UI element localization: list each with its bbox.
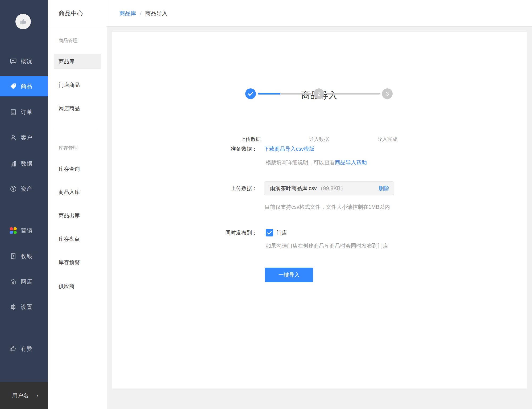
tag-icon xyxy=(9,82,17,90)
check-icon xyxy=(245,88,256,99)
sidebar-item-data[interactable]: 数据 xyxy=(0,154,48,174)
sidebar-item-label: 收银 xyxy=(21,252,32,260)
sidebar-item-label: 资产 xyxy=(21,185,32,193)
sidebar-item-label: 商品 xyxy=(21,83,32,90)
submenu-item-online-goods[interactable]: 网店商品 xyxy=(48,101,107,116)
sidebar-item-cashier[interactable]: 收银 xyxy=(0,246,48,266)
submenu-item-goods-inbound[interactable]: 商品入库 xyxy=(48,185,107,199)
yuan-circle-icon xyxy=(9,185,17,193)
publish-help-text: 如果勾选门店在创建商品库商品时会同时发布到门店 xyxy=(266,242,388,250)
step3-circle: 3 xyxy=(382,88,393,99)
file-size: （99.8KB） xyxy=(318,185,346,192)
step-line-1 xyxy=(258,93,311,95)
file-name: 雨润茶叶商品库.csv xyxy=(270,185,317,192)
sidebar-item-label: 订单 xyxy=(21,108,32,116)
thumbs-up-icon xyxy=(9,345,17,353)
clover-icon xyxy=(9,227,17,235)
sidebar-item-marketing[interactable]: 营销 xyxy=(0,220,48,241)
gear-icon xyxy=(9,303,17,311)
sidebar-item-label: 客户 xyxy=(21,134,32,141)
store-checkbox[interactable] xyxy=(266,229,273,236)
sidebar-item-label: 数据 xyxy=(21,160,32,167)
prepare-data-label: 准备数据： xyxy=(196,145,257,153)
submenu-group-label-goods: 商品管理 xyxy=(59,37,78,44)
step2-number: 2 xyxy=(317,91,321,97)
import-submit-label: 一键导入 xyxy=(279,271,300,279)
divider xyxy=(54,128,97,128)
step3-number: 3 xyxy=(386,91,389,97)
user-menu[interactable]: 用户名 › xyxy=(0,382,48,409)
sidebar-item-label: 网店 xyxy=(21,278,32,285)
secondary-sidebar: 商品中心 商品管理 商品库 门店商品 网店商品 库存管理 库存查询 商品入库 商… xyxy=(48,0,107,409)
store-checkbox-label[interactable]: 门店 xyxy=(276,229,287,236)
sidebar-item-overview[interactable]: 概况 xyxy=(0,51,48,71)
uploaded-file-box: 雨润茶叶商品库.csv （99.8KB） 删除 xyxy=(264,181,394,195)
breadcrumb-separator: / xyxy=(140,10,142,17)
sidebar-item-settings[interactable]: 设置 xyxy=(0,297,48,317)
submenu-item-goods-library[interactable]: 商品库 xyxy=(54,54,101,69)
sidebar-item-assets[interactable]: 资产 xyxy=(0,179,48,199)
sidebar-item-orders[interactable]: 订单 xyxy=(0,102,48,122)
submenu-item-goods-outbound[interactable]: 商品出库 xyxy=(48,208,107,223)
shop-icon xyxy=(9,278,17,286)
step2-circle: 2 xyxy=(314,88,324,99)
import-submit-button[interactable]: 一键导入 xyxy=(265,268,313,282)
breadcrumb: 商品库 / 商品导入 xyxy=(119,10,168,17)
sidebar-item-label: 概况 xyxy=(21,58,32,65)
sidebar-item-label: 设置 xyxy=(21,303,32,311)
submenu-group-label-inventory: 库存管理 xyxy=(59,144,78,152)
document-icon xyxy=(9,108,17,116)
step1-label: 上传数据 xyxy=(221,136,280,143)
check-icon xyxy=(266,229,273,236)
divider xyxy=(48,27,107,27)
overview-icon xyxy=(9,57,17,65)
avatar[interactable] xyxy=(15,14,31,29)
upload-data-label: 上传数据： xyxy=(196,185,257,192)
sidebar-item-label: 营销 xyxy=(21,227,32,234)
publish-to-label: 同时发布到： xyxy=(196,229,257,236)
submenu-item-stock-alert[interactable]: 库存预警 xyxy=(48,255,107,270)
breadcrumb-parent-link[interactable]: 商品库 xyxy=(119,10,136,17)
step1-circle-done xyxy=(245,88,256,99)
sidebar-item-online-store[interactable]: 网店 xyxy=(0,272,48,292)
breadcrumb-current: 商品导入 xyxy=(145,10,168,17)
upload-help-text: 目前仅支持csv格式文件，文件大小请控制在1MB以内 xyxy=(265,203,390,211)
step3-label: 导入完成 xyxy=(358,136,417,143)
submenu-item-inventory-query[interactable]: 库存查询 xyxy=(48,161,107,176)
submenu-item-store-goods[interactable]: 门店商品 xyxy=(48,77,107,92)
download-template-link[interactable]: 下载商品导入csv模版 xyxy=(264,145,314,153)
chevron-right-icon: › xyxy=(36,392,38,399)
sidebar-item-youzan[interactable]: 有赞 xyxy=(0,339,48,359)
bar-chart-icon xyxy=(9,160,17,168)
import-card: 商品导入 2 3 上传数据 导入数据 导入完成 准备数据： 下载商品导入csv模… xyxy=(112,32,527,388)
import-help-link[interactable]: 商品导入帮助 xyxy=(335,159,367,165)
prepare-help-text: 模版填写详细说明，可以查看商品导入帮助 xyxy=(266,159,367,166)
submenu-item-supplier[interactable]: 供应商 xyxy=(48,279,107,294)
step2-label: 导入数据 xyxy=(290,136,348,143)
thumbs-up-logo-icon xyxy=(19,17,27,26)
username-label: 用户名 xyxy=(12,392,29,399)
receipt-icon xyxy=(9,252,17,260)
sidebar-item-customers[interactable]: 客户 xyxy=(0,128,48,148)
primary-sidebar: 概况 商品 订单 客户 xyxy=(0,0,48,409)
sidebar-item-label: 有赞 xyxy=(21,345,32,353)
step-line-1-progress xyxy=(258,93,280,95)
person-icon xyxy=(9,134,17,142)
prepare-help-plain: 模版填写详细说明，可以查看 xyxy=(266,159,335,165)
content-header: 商品库 / 商品导入 xyxy=(107,0,532,27)
submenu-title: 商品中心 xyxy=(59,0,83,27)
delete-file-link[interactable]: 删除 xyxy=(379,185,389,192)
sidebar-item-goods[interactable]: 商品 xyxy=(0,76,48,96)
step-line-2 xyxy=(326,93,380,95)
submenu-item-stocktaking[interactable]: 库存盘点 xyxy=(48,231,107,246)
